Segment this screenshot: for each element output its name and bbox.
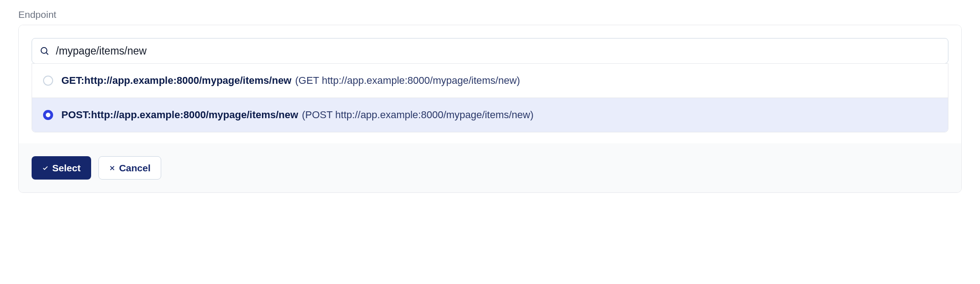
option-main-label: GET:http://app.example:8000/mypage/items… xyxy=(61,75,291,87)
option-hint-label: (POST http://app.example:8000/mypage/ite… xyxy=(302,109,534,121)
select-button[interactable]: Select xyxy=(32,156,91,180)
endpoint-search-input[interactable] xyxy=(56,45,941,57)
svg-line-1 xyxy=(46,53,48,55)
option-post[interactable]: POST:http://app.example:8000/mypage/item… xyxy=(32,98,948,132)
field-label: Endpoint xyxy=(18,9,962,20)
actions-bar: Select Cancel xyxy=(19,143,961,192)
option-hint-label: (GET http://app.example:8000/mypage/item… xyxy=(295,75,520,87)
option-main-label: POST:http://app.example:8000/mypage/item… xyxy=(61,109,298,121)
search-icon xyxy=(39,46,49,56)
cancel-button[interactable]: Cancel xyxy=(98,156,161,180)
option-text: POST:http://app.example:8000/mypage/item… xyxy=(61,109,534,121)
options-list: GET:http://app.example:8000/mypage/items… xyxy=(32,63,948,132)
svg-point-0 xyxy=(41,48,47,54)
select-button-label: Select xyxy=(52,163,81,173)
option-text: GET:http://app.example:8000/mypage/items… xyxy=(61,75,520,87)
close-icon xyxy=(109,165,115,171)
cancel-button-label: Cancel xyxy=(119,163,151,173)
search-wrap xyxy=(32,38,948,64)
panel-top: GET:http://app.example:8000/mypage/items… xyxy=(19,25,961,132)
check-icon xyxy=(42,165,49,171)
option-get[interactable]: GET:http://app.example:8000/mypage/items… xyxy=(32,64,948,98)
radio-icon xyxy=(43,76,53,86)
endpoint-panel: GET:http://app.example:8000/mypage/items… xyxy=(18,25,962,193)
radio-icon xyxy=(43,110,53,120)
